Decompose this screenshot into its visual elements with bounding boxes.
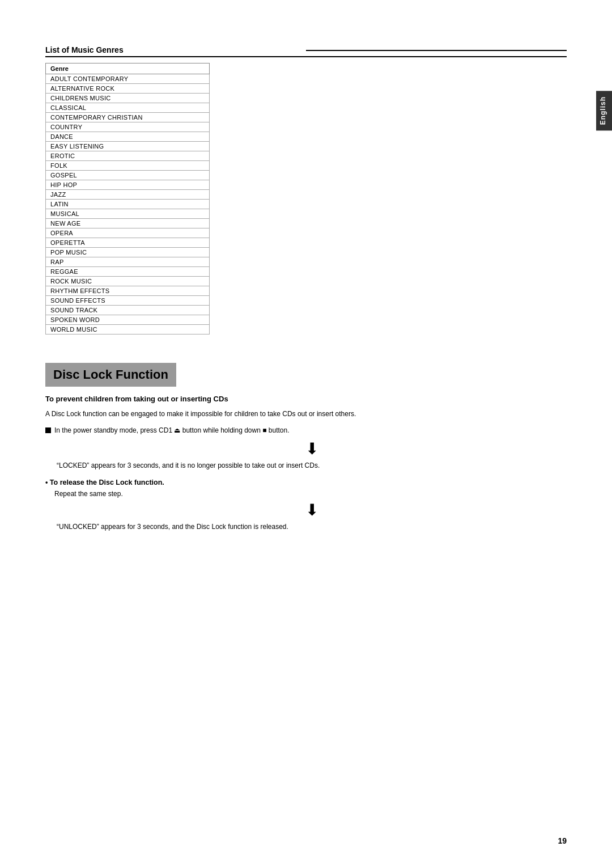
table-row: CHILDRENS MUSIC xyxy=(46,94,210,103)
table-row: GOSPEL xyxy=(46,171,210,180)
genre-cell: RHYTHM EFFECTS xyxy=(46,286,210,296)
genre-cell: REGGAE xyxy=(46,267,210,277)
table-row: ROCK MUSIC xyxy=(46,277,210,286)
genre-cell: OPERETTA xyxy=(46,238,210,248)
genre-cell: CHILDRENS MUSIC xyxy=(46,94,210,103)
genre-cell: SOUND TRACK xyxy=(46,306,210,315)
genre-cell: JAZZ xyxy=(46,190,210,200)
table-row: MUSICAL xyxy=(46,209,210,219)
genre-cell: GOSPEL xyxy=(46,171,210,180)
disc-lock-intro: A Disc Lock function can be engaged to m… xyxy=(45,409,567,420)
table-row: NEW AGE xyxy=(46,219,210,228)
table-row: SOUND TRACK xyxy=(46,306,210,315)
table-row: FOLK xyxy=(46,161,210,171)
disc-lock-subtitle: To prevent children from taking out or i… xyxy=(45,395,567,403)
arrow-down-icon-1: ⬇ xyxy=(57,441,567,457)
genre-cell: OPERA xyxy=(46,228,210,238)
table-row: WORLD MUSIC xyxy=(46,325,210,335)
table-row: HIP HOP xyxy=(46,180,210,190)
table-row: EASY LISTENING xyxy=(46,142,210,151)
genre-cell: ALTERNATIVE ROCK xyxy=(46,84,210,94)
genre-cell: RAP xyxy=(46,257,210,267)
table-row: REGGAE xyxy=(46,267,210,277)
table-row: LATIN xyxy=(46,200,210,209)
genres-section-title: List of Music Genres xyxy=(45,45,567,57)
arrow-down-icon-2: ⬇ xyxy=(57,502,567,518)
genres-section: List of Music Genres Genre ADULT CONTEMP… xyxy=(45,45,567,335)
genre-cell: LATIN xyxy=(46,200,210,209)
table-row: OPERETTA xyxy=(46,238,210,248)
genre-cell: CONTEMPORARY CHRISTIAN xyxy=(46,113,210,122)
step1-text: In the power standby mode, press CD1 ⏏ b… xyxy=(54,426,290,434)
disc-lock-header-bar: Disc Lock Function xyxy=(45,363,176,387)
table-row: DANCE xyxy=(46,132,210,142)
table-row: SPOKEN WORD xyxy=(46,315,210,325)
table-row: ALTERNATIVE ROCK xyxy=(46,84,210,94)
repeat-step-text: Repeat the same step. xyxy=(54,490,567,498)
genre-cell: ADULT CONTEMPORARY xyxy=(46,74,210,84)
disc-lock-section: Disc Lock Function To prevent children f… xyxy=(45,363,567,531)
table-row: RAP xyxy=(46,257,210,267)
genre-cell: COUNTRY xyxy=(46,122,210,132)
genre-cell: EROTIC xyxy=(46,151,210,161)
genres-table-header: Genre xyxy=(46,63,210,74)
table-row: RHYTHM EFFECTS xyxy=(46,286,210,296)
bullet-icon xyxy=(45,427,51,433)
table-row: POP MUSIC xyxy=(46,248,210,257)
table-row: CLASSICAL xyxy=(46,103,210,113)
genre-cell: CLASSICAL xyxy=(46,103,210,113)
table-row: EROTIC xyxy=(46,151,210,161)
english-side-tab: English xyxy=(596,91,612,130)
step1-line: In the power standby mode, press CD1 ⏏ b… xyxy=(45,426,567,434)
genre-cell: POP MUSIC xyxy=(46,248,210,257)
release-label: To release the Disc Lock function. xyxy=(45,479,567,486)
table-row: COUNTRY xyxy=(46,122,210,132)
genre-cell: NEW AGE xyxy=(46,219,210,228)
table-row: JAZZ xyxy=(46,190,210,200)
genre-cell: SOUND EFFECTS xyxy=(46,296,210,306)
table-row: SOUND EFFECTS xyxy=(46,296,210,306)
genre-cell: SPOKEN WORD xyxy=(46,315,210,325)
table-row: ADULT CONTEMPORARY xyxy=(46,74,210,84)
unlocked-note: “UNLOCKED” appears for 3 seconds, and th… xyxy=(57,523,567,531)
table-row: CONTEMPORARY CHRISTIAN xyxy=(46,113,210,122)
genre-cell: WORLD MUSIC xyxy=(46,325,210,335)
locked-note: “LOCKED” appears for 3 seconds, and it i… xyxy=(57,461,567,469)
genre-cell: ROCK MUSIC xyxy=(46,277,210,286)
genre-cell: HIP HOP xyxy=(46,180,210,190)
genres-table: Genre ADULT CONTEMPORARYALTERNATIVE ROCK… xyxy=(45,63,210,335)
genre-cell: DANCE xyxy=(46,132,210,142)
genre-cell: MUSICAL xyxy=(46,209,210,219)
table-row: OPERA xyxy=(46,228,210,238)
genre-cell: FOLK xyxy=(46,161,210,171)
disc-lock-title: Disc Lock Function xyxy=(53,367,168,382)
genre-cell: EASY LISTENING xyxy=(46,142,210,151)
page-number: 19 xyxy=(558,836,567,845)
